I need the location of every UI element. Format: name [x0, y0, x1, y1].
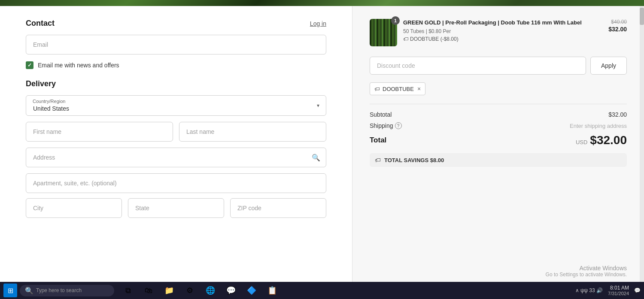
savings-icon: 🏷 [375, 157, 381, 163]
contact-section-header: Contact Log in [26, 19, 326, 28]
main-layout: Contact Log in Email me with news and of… [0, 6, 644, 282]
email-optin-checkbox[interactable] [26, 61, 33, 69]
shipping-text: Shipping [370, 122, 393, 129]
product-prices: $40.00 $32.00 [608, 19, 627, 33]
taskbar: ⊞ 🔍 ⧉ 🛍 📁 ⚙ 🌐 💬 🔷 📋 ∧ ψψ 33 🔊 8:01 AM 7/… [0, 282, 644, 299]
product-sub: 50 Tubes | $0.80 Per [403, 28, 602, 34]
subtotal-value: $32.00 [608, 111, 627, 118]
name-row [26, 122, 326, 142]
product-discount-tag: 🏷 DOOBTUBE (-$8.00) [403, 36, 602, 42]
login-link[interactable]: Log in [310, 20, 326, 27]
taskbar-app-icons: ⧉ 🛍 📁 ⚙ 🌐 💬 🔷 📋 [118, 283, 282, 298]
right-panel: 1 GREEN GOLD | Pre-Roll Packaging | Doob… [352, 6, 644, 282]
delivery-title: Delivery [26, 79, 326, 88]
taskbar-search-box[interactable]: 🔍 [20, 285, 114, 296]
shipping-help-icon[interactable]: ? [395, 122, 402, 129]
shipping-value: Enter shipping address [570, 123, 627, 129]
totals-section: Subtotal $32.00 Shipping ? Enter shippin… [370, 104, 627, 167]
email-optin-label: Email me with news and offers [38, 62, 119, 69]
explorer-icon[interactable]: 📁 [160, 283, 179, 298]
total-value-wrap: USD $32.00 [576, 133, 627, 147]
discount-code-row: Apply [370, 57, 627, 75]
product-name: GREEN GOLD | Pre-Roll Packaging | Doob T… [403, 19, 602, 27]
zip-input[interactable] [230, 198, 326, 218]
last-name-input[interactable] [179, 122, 326, 142]
product-image-wrap: 1 [370, 19, 397, 46]
discount-code-input[interactable] [370, 57, 586, 75]
country-select-wrapper: Country/Region United States ▾ [26, 95, 326, 116]
product-details: GREEN GOLD | Pre-Roll Packaging | Doob T… [403, 19, 602, 42]
email-optin-row: Email me with news and offers [26, 61, 326, 69]
total-label: Total [370, 136, 386, 145]
app-icon-2[interactable]: 📋 [263, 283, 282, 298]
email-input[interactable] [26, 35, 326, 54]
settings-icon[interactable]: ⚙ [180, 283, 199, 298]
taskbar-clock: 8:01 AM 7/31/2024 [608, 285, 629, 296]
top-banner [0, 0, 644, 6]
total-currency: USD [576, 139, 587, 145]
tag-applied-icon: 🏷 [374, 86, 380, 92]
savings-label: TOTAL SAVINGS $8.00 [384, 157, 444, 163]
shipping-row: Shipping ? Enter shipping address [370, 122, 627, 129]
savings-row: 🏷 TOTAL SAVINGS $8.00 [370, 153, 627, 167]
country-label: Country/Region [33, 99, 65, 104]
scrollbar-thumb[interactable] [640, 8, 644, 25]
remove-code-button[interactable]: × [417, 85, 421, 92]
product-row: 1 GREEN GOLD | Pre-Roll Packaging | Doob… [370, 19, 627, 46]
subtotal-row: Subtotal $32.00 [370, 111, 627, 118]
windows-logo-icon: ⊞ [8, 287, 13, 295]
product-quantity-badge: 1 [391, 16, 400, 25]
taskview-icon[interactable]: ⧉ [118, 283, 137, 298]
edge-icon[interactable]: 🔷 [242, 283, 261, 298]
price-current: $32.00 [608, 26, 627, 33]
applied-code-row: 🏷 DOOBTUBE × [370, 82, 627, 95]
system-tray-icons: ∧ ψψ 33 🔊 [575, 287, 603, 293]
notification-icon[interactable]: 💬 [634, 287, 641, 293]
start-button[interactable]: ⊞ [3, 284, 17, 297]
price-original: $40.00 [608, 19, 627, 25]
whatsapp-icon[interactable]: 💬 [222, 283, 240, 298]
first-name-input[interactable] [26, 122, 173, 142]
state-input[interactable] [128, 198, 224, 218]
browser-icon[interactable]: 🌐 [201, 283, 220, 298]
left-panel: Contact Log in Email me with news and of… [0, 6, 352, 282]
subtotal-label: Subtotal [370, 111, 392, 118]
applied-code-tag: 🏷 DOOBTUBE × [370, 82, 425, 95]
city-input[interactable] [26, 198, 122, 218]
applied-code-text: DOOBTUBE [383, 86, 414, 92]
product-discount-text: DOOBTUBE (-$8.00) [410, 36, 459, 42]
store-icon[interactable]: 🛍 [139, 283, 158, 298]
taskbar-right: ∧ ψψ 33 🔊 8:01 AM 7/31/2024 💬 [575, 285, 641, 296]
total-row: Total USD $32.00 [370, 133, 627, 147]
apply-discount-button[interactable]: Apply [590, 57, 627, 75]
total-amount: $32.00 [590, 133, 627, 147]
tag-icon: 🏷 [403, 36, 408, 42]
address-input[interactable] [26, 148, 326, 167]
clock-time: 8:01 AM [608, 285, 629, 291]
clock-date: 7/31/2024 [608, 291, 629, 296]
search-icon: 🔍 [312, 154, 320, 162]
contact-title: Contact [26, 19, 55, 28]
city-state-zip-row [26, 198, 326, 223]
address-wrapper: 🔍 [26, 148, 326, 167]
taskbar-search-icon: 🔍 [25, 287, 33, 295]
taskbar-search-input[interactable] [36, 287, 105, 293]
country-select[interactable]: United States [26, 95, 326, 116]
shipping-label: Shipping ? [370, 122, 402, 129]
scrollbar[interactable] [640, 6, 644, 282]
apartment-input[interactable] [26, 173, 326, 193]
